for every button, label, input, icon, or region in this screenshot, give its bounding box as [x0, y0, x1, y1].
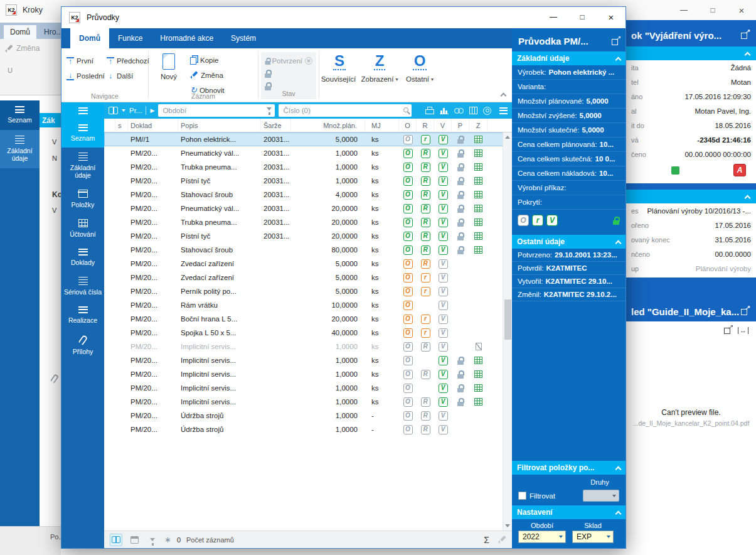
bg-sidebar-item[interactable]: Základní údaje — [0, 130, 40, 168]
dialog-titlebar[interactable]: K2 Průvodky — □ × — [61, 7, 626, 28]
ribbon-big-button[interactable]: S Související — [319, 48, 359, 102]
play-icon[interactable]: ▶ — [150, 107, 154, 114]
copy-button[interactable]: Kopie — [190, 53, 225, 67]
open-in-window-icon[interactable] — [724, 326, 732, 334]
bg-sidebar-item[interactable]: Seznam — [0, 100, 40, 130]
ribbon-tab[interactable]: Systém — [222, 28, 265, 48]
sidebar-menu-button[interactable] — [61, 102, 104, 119]
next-button[interactable]: ↓Další — [107, 72, 152, 80]
table-row[interactable]: PM/20... Údržba strojů 1,0000 - O R V — [104, 409, 512, 423]
table-row[interactable]: PM/20... Spojka L 50 x 5... 40,0000 ks O… — [104, 326, 512, 340]
first-button[interactable]: ↑První — [67, 57, 107, 65]
ribbon-big-button[interactable]: Z Zobrazení▾ — [359, 48, 400, 102]
table-row[interactable]: PM/20... Pneumatický vál... 20031... 20,… — [104, 202, 512, 215]
table-row[interactable]: PM/20... Implicitní servis... 1,0000 ks … — [104, 381, 512, 395]
filter-edit-button[interactable] — [146, 534, 159, 546]
bg-section-header[interactable] — [626, 190, 756, 203]
col-header-popis[interactable]: Popis — [178, 119, 261, 132]
change-button[interactable]: Změna — [190, 68, 225, 82]
sum-icon[interactable]: Σ — [484, 535, 489, 545]
ribbon-tab[interactable]: Hromadné akce — [151, 28, 222, 48]
sidebar-item[interactable]: Sériová čísla — [61, 272, 104, 301]
hamburger-icon[interactable] — [499, 107, 508, 114]
ribbon-tab[interactable]: Domů — [70, 28, 109, 48]
fit-width-icon[interactable]: ↔ — [738, 327, 748, 334]
table-row[interactable]: PM/20... Trubka pneuma... 20031... 1,000… — [104, 160, 512, 174]
book-view-toggle[interactable] — [110, 534, 122, 546]
bg-ribbon-tab[interactable]: Hro... — [38, 25, 61, 39]
col-header-r[interactable]: R — [417, 119, 434, 132]
period-filter-input[interactable] — [158, 104, 275, 117]
col-header-s[interactable]: s — [115, 119, 128, 132]
table-row[interactable]: PM/20... Pístní tyč 20031... 20,0000 ks … — [104, 229, 512, 243]
table-row[interactable]: PM/20... Implicitní servis... 1,0000 ks … — [104, 395, 512, 409]
open-in-window-icon[interactable] — [612, 38, 619, 45]
sklad-combo[interactable]: EXP — [572, 531, 614, 543]
view-name[interactable]: Pr... — [129, 107, 142, 114]
columns-icon[interactable] — [469, 107, 477, 114]
calendar-toggle[interactable] — [128, 534, 141, 546]
col-header-z[interactable]: Z — [469, 119, 487, 132]
col-header-sarze[interactable]: Šarže — [261, 119, 291, 132]
col-header-mj[interactable]: MJ — [365, 119, 399, 132]
chart-icon[interactable] — [440, 107, 449, 114]
table-row[interactable]: PM//1 Pohon elektrick... 20031... 5,0000… — [104, 132, 512, 146]
filtrovat-checkbox[interactable] — [518, 492, 526, 500]
table-row[interactable]: PM/20... Pneumatický vál... 20031... 1,0… — [104, 146, 512, 160]
scroll-down-icon[interactable] — [505, 524, 510, 527]
previous-button[interactable]: ↑Předchozí — [107, 57, 152, 65]
maximize-button[interactable]: □ — [698, 0, 727, 20]
section-header-zakladni-udaje[interactable]: Základní údaje — [512, 51, 626, 65]
gear-icon[interactable] — [483, 107, 491, 115]
print-icon[interactable] — [425, 107, 434, 114]
table-row[interactable]: PM/20... Rám vrátku 10,0000 ks O V — [104, 298, 512, 312]
alarm-icon[interactable]: A — [733, 164, 746, 176]
ribbon-big-button[interactable]: O Ostatní▾ — [400, 48, 440, 102]
table-row[interactable]: PM/20... Údržba strojů 1,0000 - O R V — [104, 423, 512, 436]
binoculars-icon[interactable] — [454, 108, 464, 114]
maximize-button[interactable]: □ — [568, 7, 597, 27]
open-in-window-icon[interactable] — [741, 308, 748, 315]
table-row[interactable]: PM/20... Pístní tyč 20031... 1,0000 ks O… — [104, 174, 512, 188]
book-view-icon[interactable] — [109, 107, 118, 114]
chevron-down-icon[interactable] — [122, 109, 125, 112]
period-combo[interactable]: 2022 — [518, 531, 566, 543]
sidebar-item[interactable]: Seznam — [61, 119, 104, 148]
scroll-up-icon[interactable] — [505, 136, 510, 139]
sidebar-item[interactable]: Realizace — [61, 301, 104, 330]
vertical-scrollbar[interactable] — [503, 132, 512, 531]
last-button[interactable]: ↓Poslední — [67, 72, 107, 80]
table-row[interactable]: PM/20... Zvedací zařízení 5,0000 ks O r … — [104, 271, 512, 284]
table-row[interactable]: PM/20... Stahovací šroub 80,0000 ks O R … — [104, 243, 512, 257]
open-in-window-icon[interactable] — [741, 31, 748, 39]
section-header-nastaveni[interactable]: Nastavení — [512, 505, 626, 519]
col-header-v[interactable]: V — [434, 119, 452, 132]
table-row[interactable]: PM/20... Implicitní servis... 1,0000 ks … — [104, 340, 512, 353]
bg-section-header[interactable] — [626, 46, 756, 60]
sidebar-item[interactable]: Účtování — [61, 214, 104, 244]
table-row[interactable]: PM/20... Perník politý po... 5,0000 ks O… — [104, 284, 512, 298]
col-header-mnoz-plan[interactable]: Množ.plán. — [291, 119, 365, 132]
minimize-button[interactable]: — — [539, 7, 568, 27]
sidebar-item[interactable]: Položky — [61, 185, 104, 214]
section-header-ostatni-udaje[interactable]: Ostatní údaje — [512, 235, 626, 249]
scrollbar-thumb[interactable] — [504, 299, 511, 339]
close-button[interactable]: × — [727, 0, 756, 20]
ribbon-tab[interactable]: Funkce — [109, 28, 151, 48]
ribbon-collapse-icon[interactable] — [501, 93, 507, 99]
col-header-p[interactable]: P — [452, 119, 469, 132]
col-header-doklad[interactable]: Doklad — [128, 119, 178, 132]
bg-ribbon-tab[interactable]: Domů — [4, 25, 36, 39]
sidebar-item[interactable]: Základní údaje — [61, 148, 104, 185]
minimize-button[interactable]: — — [669, 0, 698, 20]
table-row[interactable]: PM/20... Stahovací šroub 20031... 4,0000… — [104, 188, 512, 202]
close-button[interactable]: × — [597, 7, 626, 27]
sidebar-item[interactable]: Přílohy — [61, 330, 104, 361]
sidebar-item[interactable]: Doklady — [61, 244, 104, 272]
table-row[interactable]: PM/20... Zvedací zařízení 5,0000 ks O R … — [104, 257, 512, 271]
table-row[interactable]: PM/20... Trubka pneuma... 20031... 20,00… — [104, 215, 512, 229]
number-search-input[interactable] — [279, 104, 412, 117]
table-row[interactable]: PM/20... Boční hrana L 5... 20,0000 ks O… — [104, 312, 512, 326]
section-header-filtrovat[interactable]: Filtrovat položky po... — [512, 461, 626, 475]
table-row[interactable]: PM/20... Implicitní servis... 1,0000 ks … — [104, 367, 512, 381]
